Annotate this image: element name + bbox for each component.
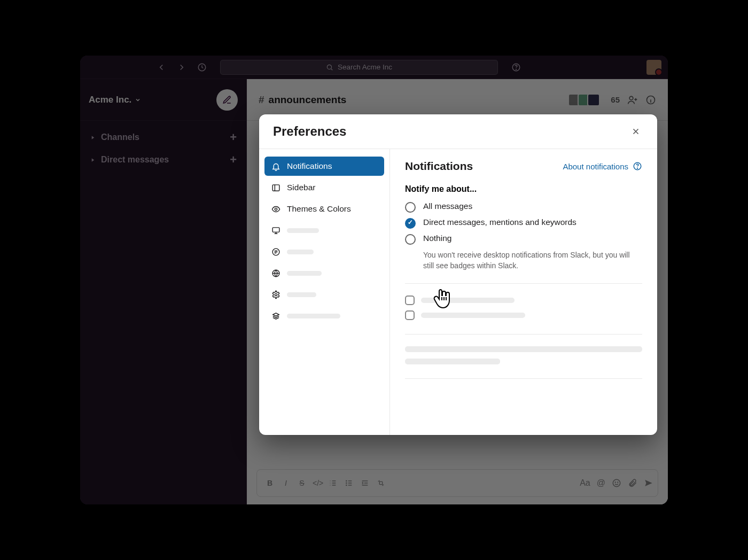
help-button[interactable] bbox=[509, 60, 524, 75]
channels-label: Channels bbox=[101, 133, 139, 142]
checkbox-placeholder[interactable] bbox=[405, 310, 642, 320]
nav-item-placeholder[interactable] bbox=[264, 285, 384, 304]
channel-details-button[interactable] bbox=[645, 95, 656, 105]
message-icon bbox=[271, 247, 280, 256]
preferences-modal: Preferences Notifications Sidebar bbox=[259, 114, 657, 435]
workspace-name: Acme Inc. bbox=[89, 95, 131, 105]
svg-rect-9 bbox=[379, 481, 382, 484]
forward-button[interactable] bbox=[174, 60, 189, 75]
svg-point-10 bbox=[613, 479, 620, 487]
indent-icon[interactable] bbox=[361, 479, 371, 487]
ordered-list-icon[interactable] bbox=[329, 479, 339, 487]
mention-icon[interactable]: @ bbox=[597, 478, 605, 488]
svg-point-6 bbox=[346, 480, 347, 481]
italic-icon[interactable]: I bbox=[280, 479, 291, 487]
about-link-text: About notifications bbox=[563, 162, 628, 171]
eye-icon bbox=[271, 204, 280, 214]
radio-label: All messages bbox=[423, 201, 472, 211]
user-avatar[interactable] bbox=[646, 60, 661, 75]
nav-item-placeholder[interactable] bbox=[264, 263, 384, 283]
svg-point-8 bbox=[346, 485, 347, 485]
emoji-icon[interactable] bbox=[612, 478, 621, 488]
search-placeholder: Search Acme Inc bbox=[338, 63, 392, 71]
channel-name: announcements bbox=[269, 94, 347, 106]
svg-point-12 bbox=[618, 482, 618, 483]
code-icon[interactable]: </> bbox=[313, 479, 323, 487]
nav-item-sidebar[interactable]: Sidebar bbox=[264, 178, 384, 197]
stack-icon bbox=[271, 311, 280, 321]
preferences-content: Notifications About notifications Notify… bbox=[390, 149, 657, 435]
svg-rect-13 bbox=[272, 184, 279, 190]
globe-icon bbox=[271, 268, 280, 278]
nav-label: Notifications bbox=[287, 161, 332, 171]
radio-nothing[interactable]: Nothing bbox=[405, 234, 642, 245]
channel-prefix: # bbox=[259, 94, 264, 106]
attach-icon[interactable] bbox=[628, 478, 637, 488]
about-notifications-link[interactable]: About notifications bbox=[563, 161, 642, 171]
svg-point-18 bbox=[275, 293, 277, 295]
close-button[interactable] bbox=[628, 124, 643, 139]
nav-label: Themes & Colors bbox=[287, 204, 351, 214]
nav-item-placeholder[interactable] bbox=[264, 221, 384, 240]
svg-point-20 bbox=[637, 168, 638, 168]
code-block-icon[interactable] bbox=[377, 479, 387, 487]
radio-icon bbox=[405, 234, 416, 245]
checkbox-placeholder[interactable] bbox=[405, 295, 642, 305]
bell-icon bbox=[271, 161, 280, 171]
workspace-sidebar: Acme Inc. Channels + Direct messages bbox=[80, 79, 247, 504]
member-count: 65 bbox=[611, 95, 620, 104]
radio-icon bbox=[405, 202, 416, 213]
top-bar: Search Acme Inc bbox=[80, 56, 668, 79]
svg-point-4 bbox=[629, 96, 633, 100]
nav-item-notifications[interactable]: Notifications bbox=[264, 157, 384, 176]
bullet-list-icon[interactable] bbox=[345, 479, 355, 487]
modal-title: Preferences bbox=[273, 124, 346, 139]
radio-all-messages[interactable]: All messages bbox=[405, 201, 642, 213]
send-icon[interactable] bbox=[644, 478, 653, 488]
search-input[interactable]: Search Acme Inc bbox=[220, 60, 498, 75]
add-channel-button[interactable]: + bbox=[230, 130, 237, 144]
preferences-nav: Notifications Sidebar Themes & Colors bbox=[259, 149, 390, 435]
svg-rect-15 bbox=[272, 227, 279, 232]
strike-icon[interactable]: S bbox=[297, 479, 307, 487]
member-avatars[interactable] bbox=[568, 94, 600, 106]
radio-label: Nothing bbox=[423, 234, 451, 243]
content-title: Notifications bbox=[405, 160, 473, 173]
dms-label: Direct messages bbox=[101, 155, 169, 165]
history-button[interactable] bbox=[194, 60, 209, 75]
svg-point-3 bbox=[516, 69, 517, 69]
workspace-switcher[interactable]: Acme Inc. bbox=[89, 95, 141, 105]
nav-item-placeholder[interactable] bbox=[264, 306, 384, 325]
checkbox-icon bbox=[405, 310, 415, 320]
radio-dm-mentions[interactable]: Direct messages, mentions and keywords bbox=[405, 217, 642, 229]
add-dm-button[interactable]: + bbox=[230, 153, 237, 167]
sidebar-icon bbox=[271, 183, 280, 192]
channel-title[interactable]: # announcements bbox=[259, 94, 346, 106]
radio-label: Direct messages, mentions and keywords bbox=[423, 217, 576, 227]
back-button[interactable] bbox=[154, 60, 169, 75]
compose-button[interactable] bbox=[216, 89, 238, 111]
message-composer[interactable]: B I S </> Aa @ bbox=[256, 469, 658, 497]
app-window: Search Acme Inc Acme Inc. Channels + bbox=[80, 56, 668, 504]
svg-point-7 bbox=[346, 483, 347, 483]
checkbox-icon bbox=[405, 295, 415, 305]
svg-point-14 bbox=[275, 208, 277, 210]
sidebar-section-channels[interactable]: Channels + bbox=[88, 126, 239, 149]
gear-icon bbox=[271, 290, 280, 299]
desktop-icon bbox=[271, 225, 280, 235]
radio-icon bbox=[405, 218, 416, 229]
sidebar-section-dms[interactable]: Direct messages + bbox=[88, 149, 239, 171]
nav-item-themes[interactable]: Themes & Colors bbox=[264, 199, 384, 219]
nav-item-placeholder[interactable] bbox=[264, 242, 384, 261]
bold-icon[interactable]: B bbox=[264, 479, 275, 487]
nav-label: Sidebar bbox=[287, 183, 315, 192]
nothing-description: You won't receive desktop notifications … bbox=[423, 250, 642, 271]
svg-point-1 bbox=[327, 65, 331, 69]
font-icon[interactable]: Aa bbox=[580, 478, 590, 488]
add-people-button[interactable] bbox=[627, 95, 638, 105]
notify-heading: Notify me about... bbox=[405, 184, 642, 194]
format-toolbar: B I S </> bbox=[261, 479, 387, 487]
svg-point-11 bbox=[615, 482, 615, 483]
